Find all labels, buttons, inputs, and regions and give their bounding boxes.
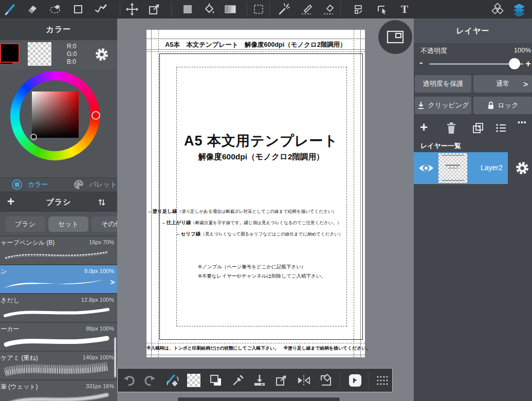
eraser-tool-button[interactable] (24, 1, 41, 18)
text-tool-button[interactable]: T (396, 1, 413, 18)
opacity-value: 100% (514, 46, 531, 54)
clipping-button[interactable]: クリッピング (415, 97, 471, 114)
rectangle-icon (72, 3, 84, 15)
layers-panel-button[interactable] (510, 1, 528, 18)
flip-horizontal-button[interactable] (295, 371, 313, 390)
material-panel-button[interactable] (489, 1, 506, 18)
opacity-slider-knob[interactable] (509, 58, 520, 69)
brush-row-marker[interactable]: マーカー 88px 100% (0, 322, 117, 351)
saturation-value-square[interactable] (32, 92, 79, 138)
undo-icon (122, 374, 136, 387)
foreground-color-swatch[interactable] (0, 43, 20, 63)
eyedropper-button[interactable] (229, 371, 247, 390)
polyline-tool-button[interactable] (92, 1, 109, 18)
grid-menu-button[interactable] (373, 371, 391, 390)
brush-list-scrollbar[interactable] (114, 337, 116, 377)
shape-fill-tool-button[interactable] (179, 1, 196, 18)
sv-cursor[interactable] (30, 134, 37, 140)
brush-row-fukidashi[interactable]: ふきだし 12.8px 100% (0, 293, 117, 322)
duplicate-layer-icon (472, 122, 484, 134)
undo-button[interactable] (120, 371, 138, 390)
navigator-icon (387, 30, 404, 44)
eraser-icon (26, 3, 39, 15)
eraser-lasso-icon (49, 3, 62, 16)
brush-row-round-wet[interactable]: 丸筆 (ウェット) 331px 16% (0, 379, 117, 401)
redo-button[interactable] (141, 371, 159, 390)
color-settings-button[interactable] (94, 47, 109, 62)
color-wheel-area (0, 69, 117, 177)
grid-dots-icon (375, 374, 389, 387)
brush-row-pen[interactable]: ペン 9.0px 100% > (0, 264, 117, 293)
select-pen-icon (300, 3, 314, 16)
blend-mode-button[interactable]: 通常 > (473, 75, 532, 93)
brush-tab-set[interactable]: セット (48, 216, 88, 232)
bleed-line-horizontal-top (146, 51, 365, 52)
brush-meta: 88px 100% (86, 325, 114, 332)
bottom-drawer-handle[interactable] (177, 397, 340, 401)
rect-select-tool-button[interactable] (250, 1, 267, 18)
paintbrush-tool-button[interactable] (2, 1, 19, 18)
trim-mark-vertical-left (151, 30, 152, 357)
brush-row-sharp-pencil[interactable]: シャープペンシル (B) 16px 70% (0, 235, 117, 264)
template-header-text: A5本 本文テンプレート 解像度600dpi（モノクロ2階調用） (146, 41, 365, 49)
operation-cursor-tool-button[interactable] (373, 1, 391, 18)
bucket-fill-tool-button[interactable] (200, 1, 218, 18)
eraser-lasso-tool-button[interactable] (47, 1, 64, 18)
opacity-plus-button[interactable]: + (525, 58, 531, 69)
export-transform-button[interactable] (272, 371, 290, 390)
add-brush-button[interactable]: + (7, 194, 14, 209)
canvas-document[interactable]: A5本 本文テンプレート 解像度600dpi（モノクロ2階調用） A5 本文用テ… (146, 30, 365, 357)
navigator-button[interactable] (378, 20, 412, 54)
transparent-color-swatch[interactable] (28, 42, 51, 66)
color-swap-button[interactable] (207, 371, 225, 390)
brush-tab-brush[interactable]: ブラシ (5, 216, 45, 232)
toolbar-divider (340, 2, 341, 16)
move-tool-button[interactable] (123, 1, 141, 18)
transform-tool-button[interactable] (145, 1, 163, 18)
gear-icon (94, 47, 109, 62)
lock-icon (487, 101, 494, 110)
chevron-right-icon[interactable]: > (110, 278, 115, 286)
brush-eraser-toggle-button[interactable] (163, 371, 181, 390)
rgb-r: R:0 (67, 43, 77, 50)
brush-sort-button[interactable] (97, 197, 107, 207)
layer-settings-button[interactable] (515, 160, 530, 176)
brush-tab-other-label: その他 (101, 220, 117, 229)
save-button[interactable] (250, 371, 269, 390)
shape-fill-icon (181, 3, 194, 15)
layer-tools-row: + ••• (414, 117, 532, 140)
frame-divide-tool-button[interactable] (351, 1, 369, 18)
bleed-line-horizontal-bottom (146, 343, 365, 343)
opacity-minus-button[interactable]: - (419, 57, 423, 68)
pointer-badge-button[interactable] (346, 371, 364, 390)
layer-more-button[interactable]: ••• (518, 118, 527, 126)
brush-row-kakeami[interactable]: カケアミ (重ね) 140px 100% (0, 351, 117, 379)
protect-alpha-button[interactable]: 透明度を保護 (415, 75, 471, 93)
gradient-tool-button[interactable] (222, 1, 239, 18)
delete-layer-button[interactable] (446, 122, 457, 134)
magic-wand-tool-button[interactable] (276, 1, 293, 18)
layer-list-view-button[interactable] (495, 122, 507, 134)
bottom-toolbar-divider (340, 372, 340, 389)
opacity-label: 不透明度 (420, 46, 447, 56)
color-swatch-row: R:0 G:0 B:0 (0, 40, 117, 69)
template-subtitle: 解像度600dpi（モノクロ2階調用） (146, 152, 376, 162)
layer-panel-header: レイヤー (414, 19, 532, 43)
transparent-color-button[interactable] (185, 371, 203, 390)
clear-button[interactable] (317, 371, 335, 390)
bleed-line-vertical-left (158, 30, 159, 357)
tab-palette[interactable]: パレット (73, 179, 117, 190)
layer-row-layer2[interactable]: Layer2 (414, 152, 508, 184)
brush-tab-other[interactable]: その他 (91, 216, 117, 232)
pointer-badge-icon (348, 373, 362, 388)
select-eraser-tool-button[interactable] (320, 1, 338, 18)
add-layer-button[interactable]: + (420, 119, 428, 135)
hue-cursor[interactable] (91, 111, 100, 120)
rectangle-tool-button[interactable] (69, 1, 87, 18)
tab-color[interactable]: カラー (11, 179, 48, 190)
guide-annotation-finish: ←仕上がり線（断裁位置を示す線です。綴じ側は見えづらくなるのでご注意ください。） (161, 220, 341, 226)
select-pen-tool-button[interactable] (298, 1, 316, 18)
lock-button[interactable]: ロック (473, 97, 532, 114)
duplicate-layer-button[interactable] (472, 122, 484, 134)
layer-visibility-toggle[interactable] (418, 161, 434, 175)
